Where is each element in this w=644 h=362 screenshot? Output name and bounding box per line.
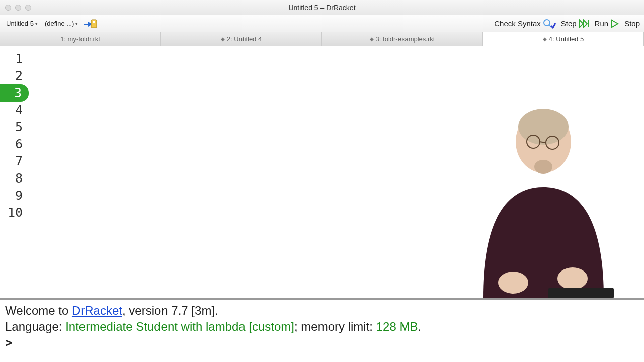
tab-label: 3: foldr-examples.rkt [376,35,435,43]
step-label: Step [561,19,577,28]
stop-label: Stop [624,19,640,28]
caret-down-icon: ▾ [35,21,38,26]
dirty-indicator-icon: ◆ [543,36,547,42]
step-icon [579,19,590,28]
line-number: 2 [0,67,28,84]
repl-prompt[interactable]: > [5,335,639,351]
code-line [36,238,639,255]
file-menu[interactable]: Untitled 5 ▾ [4,19,40,28]
check-syntax-label: Check Syntax [494,19,541,28]
tab-1[interactable]: 1: my-foldr.rkt [0,32,161,46]
toolbar: Untitled 5 ▾ (define ...) ▾ Check Syntax… [0,15,644,32]
tab-2[interactable]: ◆ 2: Untitled 4 [161,32,322,46]
window-controls [0,5,31,11]
run-button[interactable]: Run [595,19,620,28]
editor-area: 1 2 3 4 5 6 7 8 9 10 (define (my-foldr c… [0,46,644,298]
line-number: 5 [0,119,28,136]
mem-prefix: ; memory limit: [294,320,376,333]
minimize-window-button[interactable] [15,5,21,11]
check-syntax-icon [543,19,556,29]
zoom-window-button[interactable] [25,5,31,11]
lang-name: Intermediate Student with lambda [custom… [65,320,294,333]
repl-welcome-line: Welcome to DrRacket, version 7.7 [3m]. [5,303,639,319]
mem-limit: 128 MB [376,320,418,333]
define-menu[interactable]: (define ...) ▾ [43,19,80,28]
line-number: 8 [0,170,28,187]
svg-rect-1 [93,21,95,23]
mem-suffix: . [418,320,421,333]
code-line [36,84,639,102]
line-number: 6 [0,136,28,153]
code-line [36,136,639,153]
line-number: 7 [0,153,28,170]
window-title: Untitled 5 – DrRacket [288,4,355,12]
save-icon[interactable] [83,18,97,29]
run-icon [610,19,619,28]
welcome-prefix: Welcome to [5,304,72,317]
drracket-link[interactable]: DrRacket [72,304,122,317]
code-line [36,290,639,298]
titlebar: Untitled 5 – DrRacket [0,0,644,15]
interactions-pane[interactable]: Welcome to DrRacket, version 7.7 [3m]. L… [0,298,644,362]
stop-button[interactable]: Stop [624,19,640,28]
file-menu-label: Untitled 5 [6,20,34,27]
tab-label: 1: my-foldr.rkt [60,35,100,43]
code-editor[interactable]: (define (my-foldr combine base lst) (con… [28,46,644,298]
lang-prefix: Language: [5,320,65,333]
dirty-indicator-icon: ◆ [221,36,225,42]
tab-bar: 1: my-foldr.rkt ◆ 2: Untitled 4 ◆ 3: fol… [0,32,644,46]
line-number: 1 [0,50,28,67]
check-syntax-button[interactable]: Check Syntax [494,19,556,29]
welcome-suffix: , version 7.7 [3m]. [122,304,218,317]
tab-3[interactable]: ◆ 3: foldr-examples.rkt [322,32,483,46]
line-number: 9 [0,187,28,204]
close-window-button[interactable] [5,5,11,11]
line-gutter: 1 2 3 4 5 6 7 8 9 10 [0,46,28,298]
tab-label: 4: Untitled 5 [549,35,584,43]
define-menu-label: (define ...) [45,20,74,27]
tab-label: 2: Untitled 4 [227,35,262,43]
line-number-current: 3 [0,84,29,102]
run-label: Run [595,19,609,28]
tab-4[interactable]: ◆ 4: Untitled 5 [483,32,644,46]
code-line [36,187,639,204]
caret-down-icon: ▾ [75,21,78,26]
line-number: 10 [0,204,28,221]
line-number: 4 [0,102,28,119]
dirty-indicator-icon: ◆ [370,36,374,42]
repl-language-line: Language: Intermediate Student with lamb… [5,319,639,335]
step-button[interactable]: Step [561,19,590,28]
